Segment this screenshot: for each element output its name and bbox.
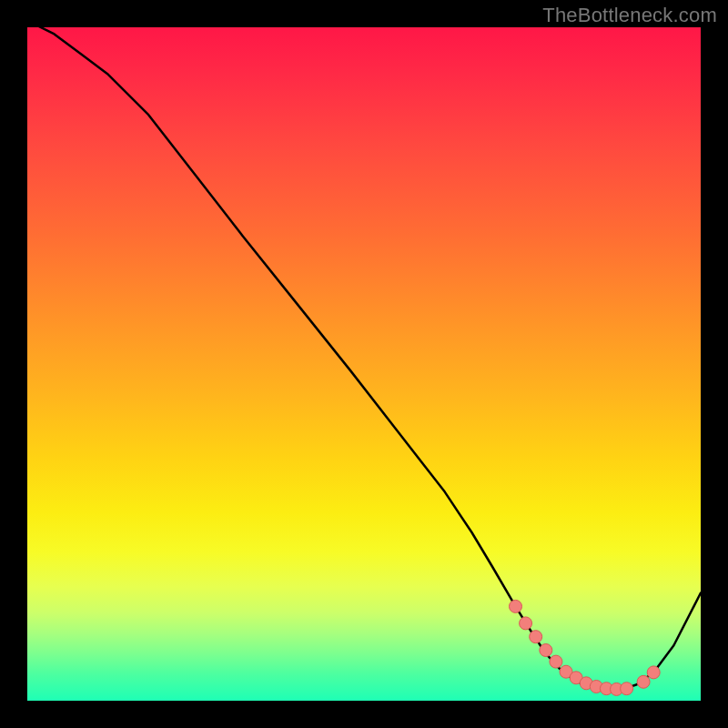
curve-layer bbox=[27, 27, 701, 701]
trough-marker bbox=[621, 682, 633, 695]
plot-area bbox=[27, 27, 701, 701]
watermark-text: TheBottleneck.com bbox=[542, 4, 717, 27]
trough-marker bbox=[530, 631, 542, 643]
trough-markers bbox=[510, 600, 661, 695]
chart-stage: TheBottleneck.com bbox=[0, 0, 728, 728]
bottleneck-curve bbox=[27, 27, 701, 690]
trough-marker bbox=[540, 644, 552, 657]
trough-marker bbox=[637, 675, 650, 688]
trough-marker bbox=[520, 617, 532, 630]
trough-marker bbox=[510, 600, 522, 612]
trough-marker bbox=[647, 666, 660, 679]
trough-marker bbox=[550, 655, 562, 668]
